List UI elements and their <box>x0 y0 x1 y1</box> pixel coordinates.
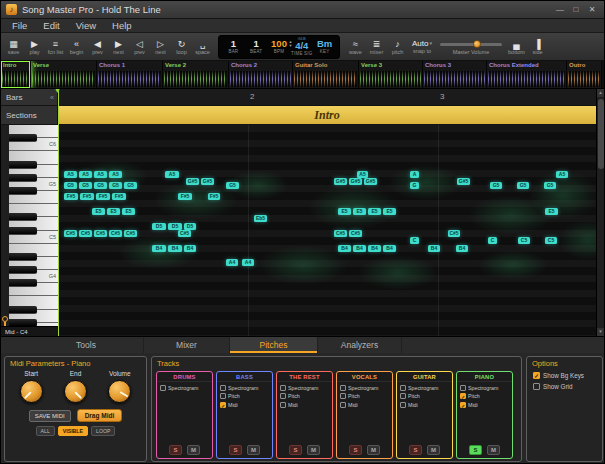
piano-key-black[interactable] <box>9 227 37 235</box>
volume-thumb[interactable] <box>473 40 481 48</box>
scroll-down-icon[interactable]: ▼ <box>597 328 604 336</box>
piano-key-black[interactable] <box>9 253 37 261</box>
piano-spectrogram-checkbox[interactable] <box>460 385 466 391</box>
section-intro[interactable]: Intro <box>1 61 31 88</box>
scope-all-button[interactable]: ALL <box>36 426 55 436</box>
section-outro[interactable]: Outro <box>567 61 602 88</box>
vocals-spectrogram-checkbox[interactable] <box>340 385 346 391</box>
midi-note-G5[interactable]: G5 <box>109 182 122 189</box>
midi-note-C#5[interactable]: C#5 <box>109 230 122 237</box>
playhead-marker-icon[interactable]: ▼ <box>54 87 61 94</box>
scope-visible-button[interactable]: VISIBLE <box>58 426 88 436</box>
the-rest-midi-checkbox[interactable] <box>280 402 286 408</box>
guitar-midi-checkbox[interactable] <box>400 402 406 408</box>
piano-key-black[interactable] <box>9 134 37 142</box>
toolbar-begin-button-3[interactable]: «begin <box>66 39 87 55</box>
midi-note-G#5[interactable]: G#5 <box>201 178 214 185</box>
toolbar-space-button-9[interactable]: ␣space <box>192 39 213 55</box>
midi-note-G[interactable]: G <box>410 182 419 189</box>
midi-note-F#5[interactable]: F#5 <box>64 193 78 200</box>
track-option-pitch[interactable]: Pitch <box>337 391 392 400</box>
section-verse-3[interactable]: Verse 3 <box>359 61 423 88</box>
scope-loop-button[interactable]: LOOP <box>91 426 115 436</box>
midi-note-A5[interactable]: A5 <box>79 171 92 178</box>
menu-file[interactable]: File <box>4 20 35 31</box>
track-option-midi[interactable]: Midi <box>397 399 452 408</box>
solo-button-bass[interactable]: S <box>229 445 242 455</box>
track-option-spectrogram[interactable]: Spectrogram <box>457 382 512 391</box>
piano-key-black[interactable] <box>9 213 37 221</box>
midi-note-E5[interactable]: E5 <box>353 208 366 215</box>
midi-note-C#5[interactable]: C#5 <box>124 230 137 237</box>
snap-to-control[interactable]: Auto▾ snap to <box>412 39 432 54</box>
track-option-pitch[interactable]: Pitch <box>277 391 332 400</box>
track-option-midi[interactable]: Midi <box>337 399 392 408</box>
volume-knob[interactable] <box>108 380 131 403</box>
view-mixer-button-1[interactable]: ≣mixer <box>366 39 387 55</box>
collapse-icon[interactable]: « <box>50 94 54 101</box>
solo-button-piano[interactable]: S <box>469 445 482 455</box>
midi-note-B4[interactable]: B4 <box>353 245 366 252</box>
midi-note-A5[interactable]: A5 <box>64 171 77 178</box>
midi-note-D5[interactable]: D5 <box>168 223 182 230</box>
mute-button-vocals[interactable]: M <box>367 445 380 455</box>
midi-note-E5[interactable]: E5 <box>338 208 351 215</box>
end-knob[interactable] <box>64 380 87 403</box>
midi-note-G#5[interactable]: G#5 <box>457 178 470 185</box>
track-option-midi[interactable]: ✓Midi <box>457 399 512 408</box>
midi-note-E5[interactable]: E5 <box>368 208 381 215</box>
midi-note-F#5[interactable]: F#5 <box>96 193 110 200</box>
midi-note-A4[interactable]: A4 <box>226 259 238 266</box>
section-verse-2[interactable]: Verse 2 <box>163 61 229 88</box>
master-volume-slider[interactable] <box>440 43 502 46</box>
midi-note-A5[interactable]: A5 <box>94 171 107 178</box>
piano-midi-checkbox[interactable]: ✓ <box>460 402 466 408</box>
midi-note-F#5[interactable]: F#5 <box>112 193 126 200</box>
section-chorus-1[interactable]: Chorus 1 <box>97 61 163 88</box>
midi-note-G5[interactable]: G5 <box>544 182 556 189</box>
toolbar-save-button-0[interactable]: ▦save <box>3 39 24 55</box>
midi-note-G#5[interactable]: G#5 <box>334 178 347 185</box>
piano-key-black[interactable] <box>9 174 37 182</box>
midi-note-G5[interactable]: G5 <box>79 182 92 189</box>
the-rest-pitch-checkbox[interactable] <box>280 393 286 399</box>
midi-note-D5[interactable]: D5 <box>152 223 166 230</box>
midi-note-B4[interactable]: B4 <box>383 245 396 252</box>
midi-note-G#5[interactable]: G#5 <box>349 178 362 185</box>
midi-note-C#5[interactable]: C#5 <box>79 230 92 237</box>
track-option-midi[interactable]: Midi <box>277 399 332 408</box>
toolbar-prev-button-6[interactable]: ◁prev <box>129 39 150 55</box>
midi-note-E5[interactable]: E5 <box>107 208 120 215</box>
toolbar-play-button-1[interactable]: ▶play <box>24 39 45 55</box>
midi-note-D5[interactable]: D5 <box>184 223 196 230</box>
section-chorus-extended[interactable]: Chorus Extended <box>487 61 567 88</box>
track-option-spectrogram[interactable]: Spectrogram <box>217 382 272 391</box>
midi-note-A5[interactable]: A5 <box>556 171 568 178</box>
midi-note-B4[interactable]: B4 <box>168 245 182 252</box>
midi-note-G5[interactable]: G5 <box>517 182 529 189</box>
close-button[interactable]: ✕ <box>585 5 599 14</box>
midi-note-C#5[interactable]: C#5 <box>94 230 107 237</box>
midi-note-F#5[interactable]: F#5 <box>208 193 220 200</box>
midi-note-G5[interactable]: G5 <box>226 182 239 189</box>
drums-spectrogram-checkbox[interactable] <box>160 385 166 391</box>
midi-note-A5[interactable]: A5 <box>165 171 179 178</box>
track-option-pitch[interactable]: ✓Pitch <box>457 391 512 400</box>
piano-pitch-checkbox[interactable]: ✓ <box>460 393 466 399</box>
midi-note-E5[interactable]: E5 <box>122 208 135 215</box>
midi-note-B4[interactable]: B4 <box>456 245 468 252</box>
maximize-button[interactable]: □ <box>569 5 583 14</box>
bass-spectrogram-checkbox[interactable] <box>220 385 226 391</box>
midi-note-G#5[interactable]: G#5 <box>186 178 199 185</box>
midi-note-C#5[interactable]: C#5 <box>448 230 460 237</box>
midi-note-A5[interactable]: A5 <box>109 171 122 178</box>
vertical-scrollbar[interactable]: ▲ ▼ <box>596 89 604 336</box>
section-guitar-solo[interactable]: Guitar Solo <box>293 61 359 88</box>
guitar-spectrogram-checkbox[interactable] <box>400 385 406 391</box>
midi-note-G5[interactable]: G5 <box>64 182 77 189</box>
midi-note-F#5[interactable]: F#5 <box>178 193 192 200</box>
playhead[interactable] <box>58 89 59 336</box>
note-grid[interactable]: A5A5A5A5A5A5AA5G5G5G5G5G5G#5G#5G5G#5G#5G… <box>58 125 596 336</box>
section-chorus-2[interactable]: Chorus 2 <box>229 61 293 88</box>
track-option-spectrogram[interactable]: Spectrogram <box>337 382 392 391</box>
